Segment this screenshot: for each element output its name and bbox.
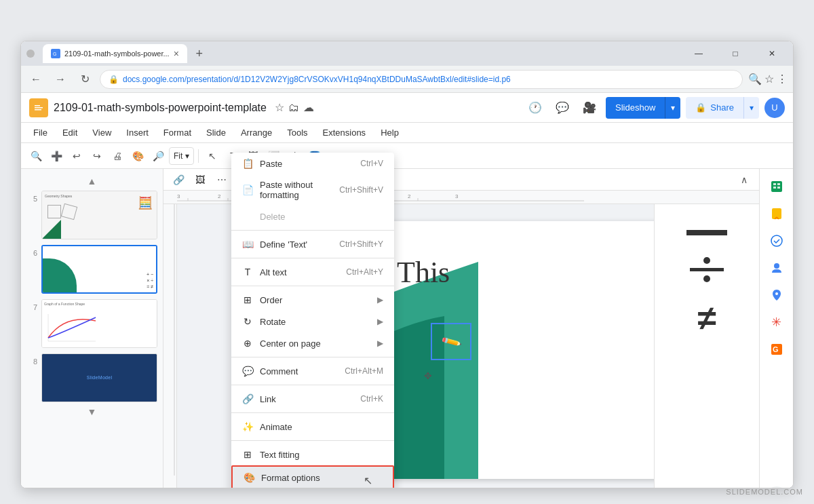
zoom-out-tool[interactable]: 🔍: [26, 147, 45, 166]
menu-tools[interactable]: Tools: [280, 125, 314, 140]
comment-icon[interactable]: 💬: [551, 97, 573, 119]
maps-icon-btn[interactable]: [764, 283, 789, 307]
search-icon[interactable]: 🔍: [748, 73, 762, 85]
more-btn[interactable]: ⋯: [212, 170, 231, 189]
bookmark-icon[interactable]: ☆: [764, 73, 774, 85]
slide-item-6[interactable]: 6 + −× ÷= ≠: [21, 242, 163, 296]
selected-object-box[interactable]: ✏️: [431, 323, 471, 360]
ctx-link[interactable]: 🔗 Link Ctrl+K: [231, 388, 394, 410]
svg-rect-24: [773, 183, 776, 185]
ctx-sep-2: [231, 258, 394, 258]
animate-icon: ✨: [242, 421, 253, 432]
slide-number-7: 7: [26, 303, 37, 311]
orange-icon-btn[interactable]: G: [764, 337, 789, 362]
center-icon: ⊕: [242, 338, 253, 349]
slide-item-8[interactable]: 8 SlideModel: [21, 351, 163, 405]
menu-slide[interactable]: Slide: [199, 125, 233, 140]
ctx-paste-format[interactable]: 📄 Paste without formatting Ctrl+Shift+V: [231, 174, 394, 206]
ctx-rotate-label: Rotate: [260, 317, 370, 327]
history-icon[interactable]: 🕐: [524, 97, 546, 119]
undo-tool[interactable]: ↩: [67, 147, 86, 166]
sheets-icon-btn[interactable]: [764, 174, 789, 199]
zoom-tool[interactable]: 🔎: [149, 147, 168, 166]
menu-edit[interactable]: Edit: [56, 125, 84, 140]
slide-item-7[interactable]: 7 Graph of a Function Shape: [21, 296, 163, 351]
ctx-order[interactable]: ⊞ Order ▶: [231, 289, 394, 311]
fit-dropdown[interactable]: Fit ▾: [169, 147, 194, 165]
ctx-rotate[interactable]: ↻ Rotate ▶: [231, 311, 394, 332]
keep-icon-btn[interactable]: [764, 201, 789, 226]
link-btn[interactable]: 🔗: [169, 170, 188, 189]
svg-text:G: G: [773, 345, 779, 353]
url-bar[interactable]: 🔒 docs.google.com/presentation/d/1D12V2W…: [100, 70, 743, 89]
panel-scroll-top[interactable]: ▲: [21, 174, 163, 188]
active-tab[interactable]: G 2109-01-math-symbols-power... ×: [43, 44, 187, 63]
cloud-icon[interactable]: ☁: [303, 101, 314, 114]
minimize-button[interactable]: —: [683, 44, 714, 63]
header-right: 🕐 💬 🎥 Slideshow ▾ 🔒 Share ▾ U: [524, 97, 785, 119]
svg-point-31: [771, 235, 782, 246]
ctx-comment[interactable]: 💬 Comment Ctrl+Alt+M: [231, 360, 394, 382]
image-btn[interactable]: 🖼: [191, 170, 210, 189]
menu-help[interactable]: Help: [374, 125, 406, 140]
redo-tool[interactable]: ↪: [88, 147, 106, 166]
slide-number-8: 8: [26, 357, 37, 366]
url-text: docs.google.com/presentation/d/1D12V2W2Y…: [123, 75, 734, 84]
slide-thumb-7[interactable]: Graph of a Function Shape: [41, 299, 157, 348]
ctx-paste[interactable]: 📋 Paste Ctrl+V: [231, 153, 394, 174]
slideshow-button[interactable]: Slideshow: [606, 97, 665, 119]
svg-rect-4: [35, 107, 43, 109]
ctx-define[interactable]: 📖 Define 'Text' Ctrl+Shift+Y: [231, 233, 394, 255]
svg-text:3: 3: [177, 193, 180, 199]
select-tool[interactable]: ↖: [203, 147, 222, 166]
menu-insert[interactable]: Insert: [119, 125, 155, 140]
tab-close-button[interactable]: ×: [174, 48, 179, 59]
print-tool[interactable]: 🖨: [108, 147, 127, 166]
text-fitting-icon: ⊞: [242, 449, 253, 460]
asterisk-icon-btn[interactable]: ✳: [764, 310, 789, 334]
ctx-animate[interactable]: ✨ Animate: [231, 416, 394, 438]
slideshow-dropdown-button[interactable]: ▾: [665, 97, 680, 119]
share-dropdown-button[interactable]: ▾: [743, 97, 759, 119]
menu-arrange[interactable]: Arrange: [234, 125, 279, 140]
present-icon[interactable]: 🎥: [579, 97, 600, 119]
menu-extensions[interactable]: Extensions: [316, 125, 373, 140]
menu-view[interactable]: View: [85, 125, 118, 140]
star-icon[interactable]: ☆: [275, 101, 284, 114]
rotate-icon: ↻: [242, 316, 253, 327]
slide-item-5[interactable]: 5 Geometry Shapes 🧮: [21, 188, 163, 242]
paint-format-tool[interactable]: 🎨: [128, 147, 147, 166]
tasks-icon-btn[interactable]: [764, 229, 789, 253]
back-button[interactable]: ←: [26, 70, 45, 89]
ctx-define-shortcut: Ctrl+Shift+Y: [339, 239, 383, 249]
svg-rect-3: [35, 105, 40, 106]
ctx-center[interactable]: ⊕ Center on page ▶: [231, 332, 394, 354]
people-icon-btn[interactable]: [764, 256, 789, 280]
menu-icon[interactable]: ⋮: [777, 73, 788, 85]
panel-scroll-bottom[interactable]: ▼: [21, 405, 163, 419]
ctx-paste-format-label: Paste without formatting: [260, 180, 332, 200]
ctx-text-fitting[interactable]: ⊞ Text fitting: [231, 444, 394, 465]
slide-thumb-6[interactable]: + −× ÷= ≠: [41, 245, 157, 294]
new-tab-button[interactable]: +: [190, 44, 209, 63]
browser-controls: [26, 50, 35, 58]
symbol-division: [690, 257, 724, 282]
share-button[interactable]: 🔒 Share: [686, 97, 743, 119]
app-bar: 2109-01-math-symbols-powerpoint-template…: [21, 93, 793, 123]
forward-button[interactable]: →: [51, 70, 70, 89]
ctx-format-options[interactable]: 🎨 Format options ↖: [231, 465, 394, 488]
refresh-button[interactable]: ↻: [75, 70, 94, 89]
close-button[interactable]: ✕: [756, 44, 788, 63]
menu-format[interactable]: Format: [157, 125, 198, 140]
maximize-button[interactable]: □: [720, 44, 751, 63]
svg-text:2: 2: [218, 193, 221, 199]
slide-thumb-5[interactable]: Geometry Shapes 🧮: [41, 191, 157, 239]
collapse-btn[interactable]: ∧: [735, 170, 754, 189]
drive-icon[interactable]: 🗂: [288, 102, 299, 114]
ctx-alt-text[interactable]: T Alt text Ctrl+Alt+Y: [231, 261, 394, 283]
insert-tool[interactable]: ➕: [47, 147, 66, 166]
user-avatar[interactable]: U: [764, 98, 785, 118]
menu-file[interactable]: File: [26, 125, 54, 140]
slide-thumb-8[interactable]: SlideModel: [41, 353, 157, 402]
paste-icon: 📋: [242, 158, 253, 169]
